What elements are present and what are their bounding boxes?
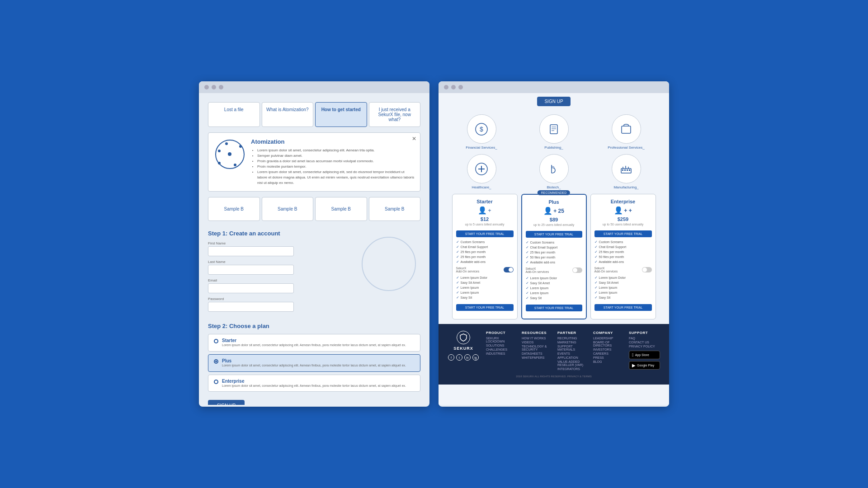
last-name-input[interactable] bbox=[208, 265, 294, 275]
footer-link-solutions[interactable]: SOLUTIONS bbox=[486, 344, 517, 347]
starter-trial-btn-bottom[interactable]: START YOUR FREE TRIAL bbox=[456, 304, 514, 311]
atom-dot-5 bbox=[218, 150, 221, 152]
footer-link-support-materials[interactable]: SUPPORT MATERIALS bbox=[557, 345, 589, 351]
starter-trial-btn[interactable]: START YOUR FREE TRIAL bbox=[456, 230, 514, 237]
biotech-label: Biotech_ bbox=[547, 185, 561, 189]
form-left-col: First Name Last Name Email Password bbox=[208, 241, 294, 315]
footer-link-datasheets[interactable]: DATASHEETS bbox=[522, 352, 553, 355]
footer-link-sekurx-lockdown[interactable]: SEKURX LOCKDOWN bbox=[486, 337, 517, 343]
password-input[interactable] bbox=[208, 302, 294, 312]
enterprise-trial-btn-bottom[interactable]: START YOUR FREE TRIAL bbox=[594, 304, 652, 311]
atom-circle bbox=[215, 140, 245, 169]
footer-link-challenges[interactable]: CHALLENGES bbox=[486, 348, 517, 351]
tab-lost-file[interactable]: Lost a file bbox=[208, 102, 260, 127]
tab-how-to-get-started[interactable]: How to get started bbox=[315, 102, 367, 127]
first-name-input[interactable] bbox=[208, 246, 294, 256]
plus-addon-2: ✓Saxy Sit Amet bbox=[526, 281, 582, 285]
footer-link-var[interactable]: VALUE-ADDED RESELLER (VAR) bbox=[557, 360, 589, 366]
sample-btn-1[interactable]: Sample B bbox=[208, 197, 260, 221]
footer-link-recruiting[interactable]: RECRUITING bbox=[557, 337, 589, 340]
plan-starter-radio[interactable] bbox=[214, 339, 218, 343]
footer-link-investors[interactable]: INVESTORS bbox=[593, 348, 624, 351]
app-store-badge[interactable]:  App Store bbox=[629, 351, 660, 359]
plus-toggle[interactable] bbox=[572, 267, 582, 273]
tab-what-is-atomization[interactable]: What is Atomization? bbox=[262, 102, 314, 127]
plus-toggle-label: SekurX bbox=[526, 267, 549, 270]
left-browser-window: Lost a file What is Atomization? How to … bbox=[199, 81, 429, 407]
industry-financial-services[interactable]: $ Financial Services_ bbox=[448, 114, 515, 150]
plus-toggle-sub: Add-On services bbox=[526, 270, 549, 273]
footer-link-whitepapers[interactable]: WHITEPAPERS bbox=[522, 356, 553, 359]
check-icon: ✓ bbox=[456, 291, 459, 295]
sample-btn-2[interactable]: Sample B bbox=[262, 197, 314, 221]
plus-trial-btn-bottom[interactable]: START YOUR FREE TRIAL bbox=[526, 305, 582, 311]
atom-icon-area bbox=[214, 138, 245, 170]
footer-link-events[interactable]: EVENTS bbox=[557, 352, 589, 355]
atom-feature-list: Lorem ipsum dolor sit amet, consectetur … bbox=[251, 148, 415, 186]
twitter-icon[interactable]: t bbox=[456, 354, 462, 361]
facebook-icon[interactable]: f bbox=[448, 354, 454, 361]
footer-link-application[interactable]: APPLICATION bbox=[557, 356, 589, 359]
financial-services-icon-circle: $ bbox=[467, 114, 496, 144]
plus-addon-1: ✓Lorem Ipsum Dolor bbox=[526, 276, 582, 280]
plan-enterprise[interactable]: Enterprise Lorem ipsum dolor sit amet, c… bbox=[208, 375, 420, 392]
starter-toggle[interactable] bbox=[504, 267, 514, 272]
browser-dot-green bbox=[219, 85, 223, 89]
professional-services-icon-circle bbox=[612, 114, 641, 144]
starter-addon-4: ✓Lorem Ipsum bbox=[456, 291, 514, 295]
enterprise-plus-icon: + + bbox=[624, 207, 632, 214]
email-input[interactable] bbox=[208, 283, 294, 293]
signup-button[interactable]: SIGN UP bbox=[208, 400, 245, 405]
footer-link-board[interactable]: BOARD OF DIRECTORS bbox=[593, 341, 624, 347]
enterprise-price: $259 bbox=[594, 216, 652, 222]
last-name-label: Last Name bbox=[208, 260, 294, 264]
plus-trial-btn[interactable]: START YOUR FREE TRIAL bbox=[526, 231, 582, 238]
tab-i-just-received[interactable]: I just received a SekurX file, now what? bbox=[369, 102, 421, 127]
footer-link-privacy[interactable]: PRIVACY POLICY bbox=[629, 345, 660, 348]
plan-plus-radio[interactable] bbox=[214, 359, 218, 364]
plan-enterprise-radio[interactable] bbox=[214, 380, 218, 384]
atom-dot-1 bbox=[225, 142, 228, 145]
industry-manufacturing[interactable]: Manufacturing_ bbox=[592, 154, 660, 189]
plan-plus-desc: Lorem ipsum dolor sit amet, consectetur … bbox=[222, 363, 406, 368]
footer-link-press[interactable]: PRESS bbox=[593, 356, 624, 359]
footer-link-leadership[interactable]: LEADERSHIP bbox=[593, 337, 624, 340]
industry-biotech[interactable]: Biotech_ bbox=[520, 154, 588, 189]
footer-link-faq[interactable]: FAQ bbox=[629, 337, 660, 340]
close-button[interactable]: ✕ bbox=[412, 136, 416, 142]
check-icon: ✓ bbox=[594, 291, 598, 295]
check-icon: ✓ bbox=[594, 286, 598, 290]
plan-plus[interactable]: Plus Lorem ipsum dolor sit amet, consect… bbox=[208, 354, 420, 372]
svg-rect-2 bbox=[550, 125, 557, 134]
footer-link-contact[interactable]: CONTACT US bbox=[629, 341, 660, 344]
footer-link-marketing[interactable]: MARKETING bbox=[557, 341, 589, 344]
footer-link-industries[interactable]: INDUSTRIES bbox=[486, 352, 517, 355]
right-browser-dot-red bbox=[444, 85, 448, 89]
industry-professional-services[interactable]: Professional Services_ bbox=[592, 114, 660, 150]
linkedin-icon[interactable]: in bbox=[464, 354, 471, 361]
google-play-badge[interactable]: ▶ Google Play bbox=[629, 361, 660, 370]
step1-title: Step 1: Create an account bbox=[208, 230, 420, 237]
footer-social-links: f t in ig bbox=[448, 354, 479, 361]
right-browser-toolbar bbox=[439, 81, 669, 93]
check-icon: ✓ bbox=[456, 240, 459, 244]
sample-btn-4[interactable]: Sample B bbox=[369, 197, 421, 221]
industry-healthcare[interactable]: Healthcare_ bbox=[448, 154, 515, 189]
plan-starter[interactable]: Starter Lorem ipsum dolor sit amet, cons… bbox=[208, 334, 420, 352]
right-signup-button[interactable]: SIGN UP bbox=[537, 97, 570, 106]
footer-link-integrators[interactable]: INTEGRATORS bbox=[557, 367, 589, 371]
footer-link-blog[interactable]: BLOG bbox=[593, 360, 624, 363]
right-browser-window: SIGN UP $ Financial Services_ bbox=[439, 81, 669, 407]
instagram-icon[interactable]: ig bbox=[472, 354, 479, 361]
footer-link-technology[interactable]: TECHNOLOGY & SECURITY bbox=[522, 345, 553, 351]
footer-link-how-it-works[interactable]: HOW IT WORKS bbox=[522, 337, 553, 340]
enterprise-toggle-labels: SekurX Add-On services bbox=[594, 267, 618, 273]
starter-addon-2: ✓Saxy Sit Amet bbox=[456, 281, 514, 285]
footer-link-videos[interactable]: VIDEOS bbox=[522, 341, 553, 344]
footer-link-careers[interactable]: CAREERS bbox=[593, 352, 624, 355]
industry-publishing[interactable]: Publishing_ bbox=[520, 114, 588, 150]
enterprise-toggle[interactable] bbox=[642, 267, 652, 272]
enterprise-trial-btn[interactable]: START YOUR FREE TRIAL bbox=[594, 230, 652, 237]
password-group: Password bbox=[208, 297, 294, 312]
sample-btn-3[interactable]: Sample B bbox=[315, 197, 367, 221]
